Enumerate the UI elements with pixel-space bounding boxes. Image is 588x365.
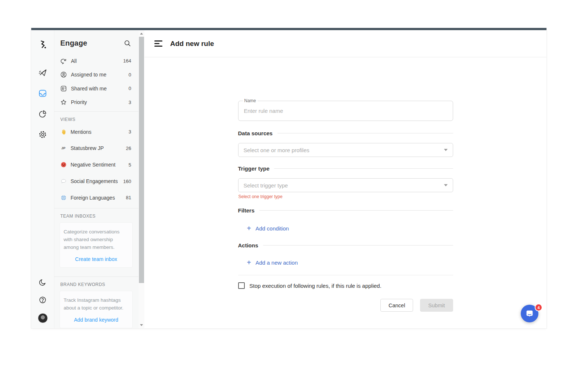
view-item-label: Negative Sentiment [71, 162, 129, 168]
statusbrew-logo [37, 39, 48, 50]
sidebar-item-count: 164 [123, 58, 131, 64]
sidebar-item-all[interactable]: All 164 [54, 54, 139, 68]
chat-unread-badge: 4 [535, 304, 542, 311]
stop-execution-row: Stop execution of following rules, if th… [238, 282, 453, 289]
add-action-button[interactable]: Add a new action [247, 259, 298, 266]
person-circle-icon [60, 71, 67, 78]
hand-emoji-icon [61, 129, 67, 135]
sidebar-item-count: 3 [129, 100, 131, 105]
user-avatar[interactable] [38, 313, 48, 323]
jp-text-icon: JP [61, 146, 66, 150]
scrollbar-thumb[interactable] [139, 37, 144, 283]
team-inboxes-description: Categorize conversations with shared own… [64, 228, 129, 251]
contact-card-icon [60, 85, 67, 92]
trigger-type-section-heading: Trigger type [238, 165, 453, 172]
data-sources-section-heading: Data sources [238, 130, 453, 136]
form-divider [238, 275, 453, 275]
main-header: Add new rule [144, 30, 546, 57]
view-item-count: 5 [129, 162, 131, 168]
sidebar-item-assigned-to-me[interactable]: Assigned to me 0 [54, 68, 139, 82]
view-item-label: Mentions [71, 129, 129, 135]
submit-button[interactable]: Submit [420, 299, 453, 312]
section-divider [263, 245, 453, 246]
filters-section-heading: Filters [238, 207, 453, 214]
view-item-label: Foreign Languages [71, 195, 126, 201]
help-icon[interactable] [39, 296, 47, 304]
view-item-mentions[interactable]: Mentions 3 [54, 124, 139, 140]
brand-keywords-description: Track Instagram hashtags about a topic o… [64, 297, 129, 312]
view-item-social-engagements[interactable]: Social Engagements 160 [54, 173, 139, 190]
icon-rail [31, 30, 54, 328]
search-icon[interactable] [124, 40, 131, 47]
view-item-count: 160 [123, 179, 131, 184]
rule-name-field: Name [238, 101, 453, 121]
view-item-negative-sentiment[interactable]: Negative Sentiment 5 [54, 157, 139, 173]
section-divider [274, 168, 453, 169]
trigger-error-message: Select one trigger type [239, 194, 453, 199]
app-window: Engage All 164 Assigned to me [31, 28, 546, 328]
stop-execution-checkbox[interactable] [238, 282, 245, 289]
gear-icon[interactable] [38, 130, 47, 139]
engage-sidebar: Engage All 164 Assigned to me [54, 30, 139, 328]
paper-plane-icon[interactable] [38, 68, 47, 77]
section-divider [277, 133, 453, 133]
actions-section-heading: Actions [238, 242, 453, 248]
view-item-foreign-languages[interactable]: Foreign Languages 81 [54, 190, 139, 206]
scroll-up-arrow-icon[interactable] [140, 33, 143, 35]
add-condition-button[interactable]: Add condition [247, 225, 289, 232]
sidebar-scrollbar[interactable] [139, 30, 144, 328]
page-title: Add new rule [170, 40, 214, 48]
scroll-down-arrow-icon[interactable] [140, 324, 143, 326]
create-team-inbox-link[interactable]: Create team inbox [64, 256, 129, 262]
globe-emoji-icon [61, 195, 67, 201]
view-item-count: 26 [126, 146, 131, 151]
stop-execution-label: Stop execution of following rules, if th… [250, 283, 381, 289]
view-item-count: 3 [129, 129, 131, 135]
pie-chart-icon[interactable] [38, 110, 47, 118]
team-inboxes-section-label: TEAM INBOXES [54, 208, 139, 220]
brand-keywords-section-label: BRAND KEYWORDS [54, 277, 139, 289]
sidebar-item-label: Shared with me [71, 86, 129, 92]
add-brand-keyword-link[interactable]: Add brand keyword [64, 317, 129, 323]
rule-name-input[interactable] [239, 101, 453, 121]
star-icon [60, 99, 67, 105]
sidebar-item-label: All [71, 58, 123, 64]
views-section-label: VIEWS [54, 112, 139, 124]
sidebar-item-label: Assigned to me [71, 72, 129, 78]
plus-icon [247, 259, 251, 266]
sidebar-item-count: 0 [129, 86, 131, 91]
hamburger-icon[interactable] [154, 40, 162, 47]
sidebar-item-label: Priority [71, 99, 129, 105]
view-item-statusbrew-jp[interactable]: JP Statusbrew JP 26 [54, 140, 139, 157]
main-panel: Add new rule Name Data sources Select on… [144, 30, 546, 328]
view-item-label: Social Engagements [71, 178, 123, 184]
chevron-down-icon [444, 149, 448, 151]
angry-face-emoji-icon [61, 162, 67, 168]
brand-keywords-card: Track Instagram hashtags about a topic o… [60, 291, 133, 328]
trigger-type-select[interactable]: Select trigger type [238, 178, 453, 192]
sidebar-title: Engage [60, 39, 87, 47]
plus-icon [247, 225, 251, 232]
moon-icon[interactable] [39, 278, 47, 286]
intercom-chat-icon [525, 309, 534, 318]
sidebar-item-shared-with-me[interactable]: Shared with me 0 [54, 82, 139, 96]
inbox-icon[interactable] [38, 89, 47, 98]
trigger-select-placeholder: Select trigger type [244, 182, 444, 189]
add-rule-form: Name Data sources Select one or more pro… [238, 101, 453, 325]
section-divider [259, 210, 453, 211]
profiles-select-placeholder: Select one or more profiles [244, 147, 444, 153]
speech-bubble-emoji-icon [61, 178, 67, 184]
cancel-button[interactable]: Cancel [380, 299, 413, 312]
sidebar-item-count: 0 [129, 72, 131, 78]
view-item-label: Statusbrew JP [71, 145, 126, 151]
chat-hash-icon [60, 58, 67, 64]
name-field-label: Name [243, 98, 258, 103]
chevron-down-icon [444, 184, 448, 186]
team-inboxes-card: Categorize conversations with shared own… [60, 222, 133, 268]
view-item-count: 81 [126, 195, 131, 200]
sidebar-item-priority[interactable]: Priority 3 [54, 96, 139, 110]
profiles-select[interactable]: Select one or more profiles [238, 143, 453, 157]
